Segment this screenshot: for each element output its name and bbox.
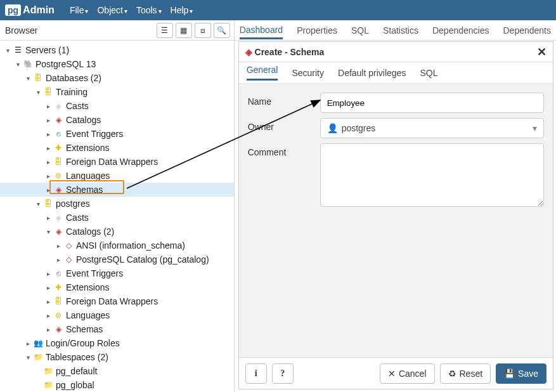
schemas-icon: ◈ <box>53 185 63 195</box>
database-icon: 🗄 <box>33 73 43 83</box>
extensions-icon: ✚ <box>53 282 63 292</box>
tab-dependents[interactable]: Dependents <box>503 22 551 39</box>
casts-icon: ⟐ <box>53 212 63 223</box>
node-languages2[interactable]: ▸⊜Languages <box>0 308 234 322</box>
menu-tools[interactable]: Tools▾ <box>136 5 162 15</box>
tool-btn-grid[interactable]: ▦ <box>176 23 192 38</box>
node-pgcatalog[interactable]: ▸◇PostgreSQL Catalog (pg_catalog) <box>0 252 234 266</box>
tool-btn-1[interactable]: ☰ <box>157 23 173 38</box>
node-event-triggers2[interactable]: ▸⎋Event Triggers <box>0 266 234 280</box>
dlg-tab-defpriv[interactable]: Default privileges <box>338 68 406 78</box>
create-schema-dialog: ◈ Create - Schema ✕ General Security Def… <box>238 41 553 389</box>
label-owner: Owner <box>248 118 314 143</box>
folder-icon: 📁 <box>43 366 53 376</box>
languages-icon: ⊜ <box>53 310 63 320</box>
trigger-icon: ⎋ <box>53 129 63 139</box>
node-ansi[interactable]: ▸◇ANSI (information_schema) <box>0 238 234 252</box>
roles-icon: 👥 <box>33 338 43 348</box>
label-comment: Comment <box>248 143 314 169</box>
tab-statistics[interactable]: Statistics <box>383 22 418 39</box>
reset-button[interactable]: ♻Reset <box>440 363 491 384</box>
trigger-icon: ⎋ <box>53 268 63 278</box>
owner-select[interactable]: 👤postgres ▾ <box>320 118 544 138</box>
schema-icon: ◈ <box>245 47 252 57</box>
languages-icon: ⊜ <box>53 171 63 181</box>
tab-dependencies[interactable]: Dependencies <box>432 22 489 39</box>
schemas-icon: ◈ <box>53 324 63 334</box>
node-schemas[interactable]: ▸◈Schemas <box>0 183 234 197</box>
user-icon: 👤 <box>327 123 338 133</box>
tool-btn-search[interactable]: 🔍 <box>214 23 230 38</box>
tool-btn-filter[interactable]: ⧈ <box>195 23 211 38</box>
browser-title: Browser <box>5 25 37 36</box>
fdw-icon: 🗄 <box>53 157 63 167</box>
node-pg13[interactable]: ▾🐘PostgreSQL 13 <box>0 57 234 71</box>
servers-icon: ☰ <box>13 45 23 55</box>
node-postgres-db[interactable]: ▾🗄postgres <box>0 197 234 211</box>
folder-icon: 📁 <box>43 380 53 390</box>
dialog-title: ◈ Create - Schema <box>245 47 325 57</box>
dlg-tab-security[interactable]: Security <box>292 68 324 78</box>
schema-name-input[interactable] <box>320 93 544 113</box>
node-extensions2[interactable]: ▸✚Extensions <box>0 280 234 294</box>
elephant-icon: 🐘 <box>23 59 33 69</box>
catalog-icon: ◇ <box>63 240 74 251</box>
node-tablespaces[interactable]: ▾📁Tablespaces (2) <box>0 350 234 364</box>
catalog-icon: ◇ <box>63 254 74 265</box>
node-training[interactable]: ▾🗄Training <box>0 85 234 99</box>
node-casts[interactable]: ▸⟐Casts <box>0 99 234 113</box>
node-catalogs2[interactable]: ▾◈Catalogs (2) <box>0 225 234 238</box>
browser-tree: ▾☰Servers (1) ▾🐘PostgreSQL 13 ▾🗄Database… <box>0 41 234 392</box>
browser-panel: Browser ☰ ▦ ⧈ 🔍 ▾☰Servers (1) ▾🐘PostgreS… <box>0 20 235 392</box>
tab-dashboard[interactable]: Dashboard <box>240 21 283 39</box>
dlg-tab-general[interactable]: General <box>247 65 278 81</box>
menu-help[interactable]: Help▾ <box>171 5 193 15</box>
catalogs-icon: ◈ <box>53 226 63 237</box>
chevron-down-icon: ▾ <box>533 123 537 133</box>
node-languages[interactable]: ▸⊜Languages <box>0 169 234 183</box>
database-icon: 🗄 <box>43 199 53 209</box>
menubar: pg Admin File▾ Object▾ Tools▾ Help▾ <box>0 0 556 20</box>
casts-icon: ⟐ <box>53 101 63 111</box>
node-roles[interactable]: ▸👥Login/Group Roles <box>0 336 234 350</box>
tab-properties[interactable]: Properties <box>297 22 337 39</box>
save-button[interactable]: 💾Save <box>496 363 546 384</box>
dlg-tab-sql[interactable]: SQL <box>420 68 437 78</box>
database-icon: 🗄 <box>43 87 53 97</box>
close-icon: ✕ <box>388 369 396 379</box>
node-fdw[interactable]: ▸🗄Foreign Data Wrappers <box>0 155 234 169</box>
tablespaces-icon: 📁 <box>33 352 43 362</box>
label-name: Name <box>248 93 314 118</box>
extensions-icon: ✚ <box>53 143 63 153</box>
menu-file[interactable]: File▾ <box>70 5 89 15</box>
node-servers[interactable]: ▾☰Servers (1) <box>0 43 234 57</box>
info-button[interactable]: i <box>245 363 267 384</box>
comment-textarea[interactable] <box>320 143 544 207</box>
node-schemas2[interactable]: ▸◈Schemas <box>0 322 234 336</box>
save-icon: 💾 <box>504 369 515 379</box>
node-casts2[interactable]: ▸⟐Casts <box>0 211 234 225</box>
node-ts-default[interactable]: 📁pg_default <box>0 364 234 378</box>
logo-left: pg <box>5 4 21 16</box>
node-catalogs[interactable]: ▸◈Catalogs <box>0 113 234 127</box>
node-extensions[interactable]: ▸✚Extensions <box>0 141 234 155</box>
cancel-button[interactable]: ✕Cancel <box>380 363 435 384</box>
tab-sql[interactable]: SQL <box>351 22 369 39</box>
recycle-icon: ♻ <box>448 369 456 379</box>
logo-right: Admin <box>23 4 55 16</box>
catalogs-icon: ◈ <box>53 115 63 125</box>
node-event-triggers[interactable]: ▸⎋Event Triggers <box>0 127 234 141</box>
node-fdw2[interactable]: ▸🗄Foreign Data Wrappers <box>0 294 234 308</box>
dialog-close[interactable]: ✕ <box>537 45 546 59</box>
fdw-icon: 🗄 <box>53 296 63 306</box>
menu-object[interactable]: Object▾ <box>97 5 127 15</box>
help-button[interactable]: ? <box>272 363 294 384</box>
right-panel: Dashboard Properties SQL Statistics Depe… <box>235 20 556 392</box>
node-databases[interactable]: ▾🗄Databases (2) <box>0 71 234 85</box>
node-ts-global[interactable]: 📁pg_global <box>0 378 234 392</box>
